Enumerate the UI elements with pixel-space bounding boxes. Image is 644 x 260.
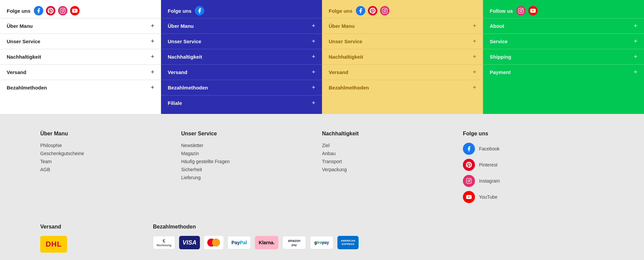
footer-link-transport[interactable]: Transport xyxy=(322,159,463,164)
expand-icon: + xyxy=(151,53,154,60)
footer-instagram-label: Instagram xyxy=(479,178,500,184)
footer: Über Manu Philosphie Geschenkgutscheine … xyxy=(0,114,644,260)
footer-link-geschenkgutscheine[interactable]: Geschenkgutscheine xyxy=(40,151,181,156)
accordion-label: Unser Service xyxy=(168,39,201,44)
accordion-label: Nachhaltigkeit xyxy=(329,54,363,60)
accordion-shipping-green[interactable]: Shipping + xyxy=(483,49,644,64)
youtube-icon-green[interactable] xyxy=(528,6,538,15)
expand-icon: + xyxy=(473,38,476,45)
accordion-nachhaltigkeit-yellow[interactable]: Nachhaltigkeit + xyxy=(322,49,483,64)
dhl-logo: DHL xyxy=(40,236,67,253)
pinterest-icon[interactable] xyxy=(46,6,55,15)
accordion-label: Versand xyxy=(7,69,26,75)
amazon-text: amazon xyxy=(288,239,300,243)
footer-link-newsletter[interactable]: Newsletter xyxy=(181,143,322,148)
footer-col-folge-uns: Folge uns Facebook Pinterest Instagram xyxy=(463,131,604,207)
expand-icon: + xyxy=(151,38,154,45)
footer-link-anbau[interactable]: Anbau xyxy=(322,151,463,156)
accordion-about-green[interactable]: About + xyxy=(483,18,644,34)
accordion-unser-service-yellow[interactable]: Unser Service + xyxy=(322,34,483,49)
footer-link-faq[interactable]: Häufig gestellte Fragen xyxy=(181,159,322,164)
footer-link-magazin[interactable]: Magazin xyxy=(181,151,322,156)
panel-green: Follow us About + Service + Shipping + P… xyxy=(483,0,644,114)
footer-uber-manu-title: Über Manu xyxy=(40,131,181,137)
footer-bezahlmethoden-title: Bezahlmethoden xyxy=(153,224,491,230)
instagram-icon-green[interactable] xyxy=(516,6,526,15)
accordion-bezahlmethoden-yellow[interactable]: Bezahlmethoden + xyxy=(322,80,483,95)
footer-facebook-icon[interactable] xyxy=(463,143,475,155)
svg-point-2 xyxy=(64,9,64,10)
footer-versand-title: Versand xyxy=(40,224,153,230)
amex-text: AMERICANEXPRESS xyxy=(341,239,355,246)
footer-link-ziel[interactable]: Ziel xyxy=(322,143,463,148)
panel-blue-header: Folge uns xyxy=(161,3,322,18)
svg-point-1 xyxy=(62,10,64,12)
accordion-service-green[interactable]: Service + xyxy=(483,34,644,49)
footer-bezahlmethoden-col: Bezahlmethoden € Rechnung VISA xyxy=(153,224,491,253)
accordion-nachhaltigkeit-blue[interactable]: Nachhaltigkeit + xyxy=(161,49,322,64)
instagram-icon-yellow[interactable] xyxy=(380,6,389,15)
footer-spacer xyxy=(491,224,604,253)
accordion-uber-manu-white[interactable]: Über Manu + xyxy=(0,18,161,34)
accordion-uber-manu-blue[interactable]: Über Manu + xyxy=(161,18,322,34)
expand-icon: + xyxy=(473,84,476,91)
accordion-bezahlmethoden-blue[interactable]: Bezahlmethoden + xyxy=(161,80,322,95)
facebook-icon[interactable] xyxy=(34,6,43,15)
expand-icon: + xyxy=(151,22,154,29)
expand-icon: + xyxy=(634,53,637,60)
accordion-uber-manu-yellow[interactable]: Über Manu + xyxy=(322,18,483,34)
accordion-label: Über Manu xyxy=(168,23,194,29)
footer-bottom: Versand DHL Bezahlmethoden € Rechnung xyxy=(40,224,604,253)
accordion-label: Über Manu xyxy=(329,23,355,29)
accordion-payment-green[interactable]: Payment + xyxy=(483,64,644,80)
accordion-nachhaltigkeit-white[interactable]: Nachhaltigkeit + xyxy=(0,49,161,64)
footer-link-philosphie[interactable]: Philosphie xyxy=(40,143,181,148)
youtube-icon[interactable] xyxy=(70,6,79,15)
accordion-versand-blue[interactable]: Versand + xyxy=(161,64,322,80)
footer-link-lieferung[interactable]: Lieferung xyxy=(181,175,322,180)
payment-amazon-pay: amazon pay xyxy=(282,236,306,249)
footer-link-sicherheit[interactable]: Sicherheit xyxy=(181,167,322,172)
accordion-filiale-blue[interactable]: Filiale + xyxy=(161,95,322,111)
footer-nachhaltigkeit-title: Nachhaltigkeit xyxy=(322,131,463,137)
footer-social-row-youtube: YouTube xyxy=(463,191,604,203)
svg-rect-7 xyxy=(519,8,524,13)
facebook-icon-yellow[interactable] xyxy=(356,6,365,15)
accordion-unser-service-white[interactable]: Unser Service + xyxy=(0,34,161,49)
panel-white-social xyxy=(34,6,79,15)
payment-visa: VISA xyxy=(179,236,200,249)
amazon-pay-text: pay xyxy=(291,243,297,247)
footer-social-row-facebook: Facebook xyxy=(463,143,604,155)
accordion-versand-white[interactable]: Versand + xyxy=(0,64,161,80)
instagram-icon[interactable] xyxy=(58,6,67,15)
footer-instagram-icon[interactable] xyxy=(463,175,475,187)
footer-pinterest-label: Pinterest xyxy=(479,162,497,168)
panel-yellow-social xyxy=(356,6,389,15)
mc-yellow-circle xyxy=(212,239,220,247)
expand-icon: + xyxy=(312,69,315,76)
accordion-bezahlmethoden-white[interactable]: Bezahlmethoden + xyxy=(0,80,161,95)
panel-white: Folge uns Über Manu + Unser Serv xyxy=(0,0,161,114)
accordion-label: Bezahlmethoden xyxy=(168,85,208,90)
accordion-versand-yellow[interactable]: Versand + xyxy=(322,64,483,80)
svg-rect-0 xyxy=(60,8,65,13)
accordion-unser-service-blue[interactable]: Unser Service + xyxy=(161,34,322,49)
svg-point-8 xyxy=(520,10,522,12)
footer-link-verpackung[interactable]: Verpackung xyxy=(322,167,463,172)
klarna-text: Klarna. xyxy=(259,240,274,245)
footer-youtube-icon[interactable] xyxy=(463,191,475,203)
panel-white-folge-label: Folge uns xyxy=(7,8,31,14)
payment-mastercard xyxy=(204,236,223,249)
footer-pinterest-icon[interactable] xyxy=(463,159,475,171)
pinterest-icon-yellow[interactable] xyxy=(368,6,377,15)
svg-point-12 xyxy=(468,180,470,182)
footer-link-agb[interactable]: AGB xyxy=(40,167,181,172)
svg-point-13 xyxy=(470,179,471,180)
expand-icon: + xyxy=(151,69,154,76)
expand-icon: + xyxy=(634,38,637,45)
facebook-icon-blue[interactable] xyxy=(195,6,204,15)
footer-link-team[interactable]: Team xyxy=(40,159,181,164)
accordion-label: Versand xyxy=(329,69,348,75)
footer-youtube-label: YouTube xyxy=(479,194,497,200)
expand-icon: + xyxy=(312,100,315,107)
